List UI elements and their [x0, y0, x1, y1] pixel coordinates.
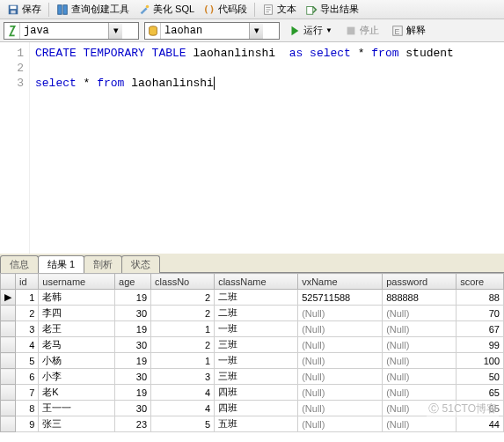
col-password[interactable]: password: [383, 274, 457, 290]
text-button[interactable]: 文本: [259, 2, 300, 17]
cell[interactable]: 3: [151, 369, 215, 385]
cell[interactable]: 30: [115, 306, 151, 321]
row-header[interactable]: ▶: [1, 290, 16, 306]
cell[interactable]: 三班: [215, 337, 298, 353]
cell[interactable]: 2: [151, 337, 215, 353]
stop-button[interactable]: 停止: [341, 23, 383, 38]
cell[interactable]: 30: [115, 337, 151, 353]
cell[interactable]: 2: [151, 306, 215, 321]
col-score[interactable]: score: [457, 274, 504, 290]
cell[interactable]: 2: [151, 290, 215, 306]
cell[interactable]: (Null): [298, 385, 383, 401]
table-row[interactable]: 2李四302二班(Null)(Null)70: [1, 306, 504, 321]
cell[interactable]: 88: [457, 290, 504, 306]
cell[interactable]: 44: [457, 416, 504, 432]
result-grid[interactable]: idusernameageclassNoclassNamevxNamepassw…: [0, 273, 504, 432]
table-row[interactable]: 5小杨191一班(Null)(Null)100: [1, 353, 504, 369]
cell[interactable]: 19: [115, 353, 151, 369]
col-vxName[interactable]: vxName: [298, 274, 383, 290]
cell[interactable]: 99: [457, 337, 504, 353]
table-row[interactable]: 6小李303三班(Null)(Null)50: [1, 369, 504, 385]
cell[interactable]: 老王: [39, 321, 115, 337]
cell[interactable]: 5: [16, 353, 39, 369]
cell[interactable]: (Null): [383, 416, 457, 432]
cell[interactable]: (Null): [383, 353, 457, 369]
cell[interactable]: 李四: [39, 306, 115, 321]
cell[interactable]: 19: [115, 385, 151, 401]
cell[interactable]: (Null): [383, 337, 457, 353]
cell[interactable]: 6: [16, 369, 39, 385]
row-header[interactable]: [1, 369, 16, 385]
cell[interactable]: 65: [457, 401, 504, 416]
table-row[interactable]: 4老马302三班(Null)(Null)99: [1, 337, 504, 353]
cell[interactable]: 888888: [383, 290, 457, 306]
run-button[interactable]: 运行 ▼: [285, 23, 336, 38]
cell[interactable]: 四班: [215, 401, 298, 416]
cell[interactable]: 王一一: [39, 401, 115, 416]
cell[interactable]: 三班: [215, 369, 298, 385]
cell[interactable]: 8: [16, 401, 39, 416]
table-row[interactable]: 3老王191一班(Null)(Null)67: [1, 321, 504, 337]
tab-status[interactable]: 状态: [121, 255, 160, 273]
cell[interactable]: 一班: [215, 321, 298, 337]
cell[interactable]: 70: [457, 306, 504, 321]
cell[interactable]: (Null): [298, 306, 383, 321]
cell[interactable]: 五班: [215, 416, 298, 432]
cell[interactable]: (Null): [298, 416, 383, 432]
table-row[interactable]: 8王一一304四班(Null)(Null)65: [1, 401, 504, 416]
cell[interactable]: 二班: [215, 290, 298, 306]
col-className[interactable]: className: [215, 274, 298, 290]
cell[interactable]: 4: [16, 337, 39, 353]
cell[interactable]: (Null): [383, 306, 457, 321]
cell[interactable]: 四班: [215, 385, 298, 401]
cell[interactable]: (Null): [383, 321, 457, 337]
cell[interactable]: 4: [151, 401, 215, 416]
cell[interactable]: (Null): [383, 369, 457, 385]
cell[interactable]: 二班: [215, 306, 298, 321]
table-row[interactable]: 9张三235五班(Null)(Null)44: [1, 416, 504, 432]
cell[interactable]: 老马: [39, 337, 115, 353]
tab-result[interactable]: 结果 1: [38, 255, 84, 273]
cell[interactable]: 4: [151, 385, 215, 401]
table-row[interactable]: 7老K194四班(Null)(Null)65: [1, 385, 504, 401]
connection-combo[interactable]: java ▾: [4, 22, 139, 40]
cell[interactable]: (Null): [298, 353, 383, 369]
cell[interactable]: 525711588: [298, 290, 383, 306]
explain-button[interactable]: E 解释: [388, 23, 429, 38]
row-header[interactable]: [1, 416, 16, 432]
cell[interactable]: 3: [16, 321, 39, 337]
sql-editor[interactable]: 123 CREATE TEMPORARY TABLE laohanlinshi …: [0, 42, 504, 254]
cell[interactable]: 1: [151, 321, 215, 337]
cell[interactable]: 2: [16, 306, 39, 321]
cell[interactable]: 67: [457, 321, 504, 337]
cell[interactable]: 1: [151, 353, 215, 369]
export-button[interactable]: 导出结果: [302, 2, 362, 17]
cell[interactable]: 19: [115, 290, 151, 306]
cell[interactable]: 7: [16, 385, 39, 401]
tab-profile[interactable]: 剖析: [84, 255, 122, 273]
row-header[interactable]: [1, 321, 16, 337]
col-age[interactable]: age: [115, 274, 151, 290]
col-id[interactable]: id: [16, 274, 39, 290]
cell[interactable]: 张三: [39, 416, 115, 432]
cell[interactable]: 23: [115, 416, 151, 432]
cell[interactable]: 65: [457, 385, 504, 401]
cell[interactable]: 小李: [39, 369, 115, 385]
row-header[interactable]: [1, 385, 16, 401]
cell[interactable]: 5: [151, 416, 215, 432]
cell[interactable]: (Null): [298, 321, 383, 337]
cell[interactable]: (Null): [383, 385, 457, 401]
tab-info[interactable]: 信息: [0, 255, 39, 273]
cell[interactable]: (Null): [298, 337, 383, 353]
row-header[interactable]: [1, 353, 16, 369]
row-header[interactable]: [1, 306, 16, 321]
col-classNo[interactable]: classNo: [151, 274, 215, 290]
cell[interactable]: 50: [457, 369, 504, 385]
row-header[interactable]: [1, 401, 16, 416]
code-area[interactable]: CREATE TEMPORARY TABLE laohanlinshi as s…: [30, 42, 459, 254]
cell[interactable]: 9: [16, 416, 39, 432]
cell[interactable]: 老K: [39, 385, 115, 401]
snippet-button[interactable]: () 代码段: [200, 2, 251, 17]
beautify-button[interactable]: 美化 SQL: [135, 2, 198, 17]
cell[interactable]: (Null): [298, 401, 383, 416]
